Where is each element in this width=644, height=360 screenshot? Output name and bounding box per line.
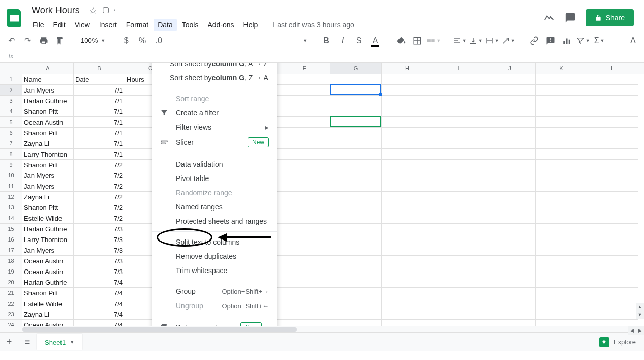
row-header[interactable]: 3 (0, 96, 22, 106)
menu-create-filter[interactable]: Create a filter (152, 106, 277, 120)
cell[interactable] (536, 288, 587, 298)
cell[interactable] (382, 96, 433, 106)
cell[interactable] (279, 85, 330, 96)
cell[interactable]: 7/1 (74, 96, 125, 106)
cell[interactable] (484, 96, 536, 106)
cell[interactable] (587, 181, 638, 192)
menu-data-validation[interactable]: Data validation (152, 157, 277, 171)
cell[interactable] (433, 149, 484, 160)
cell[interactable]: 7/4 (74, 277, 125, 288)
cell[interactable]: Harlan Guthrie (22, 96, 74, 106)
row-header[interactable]: 16 (0, 234, 22, 245)
cell[interactable] (279, 170, 330, 181)
cell[interactable] (536, 234, 587, 245)
cell[interactable] (484, 234, 536, 245)
cell[interactable] (433, 298, 484, 309)
cell[interactable] (433, 106, 484, 117)
cell[interactable] (433, 138, 484, 149)
menu-file[interactable]: File (28, 19, 48, 31)
cell[interactable] (536, 170, 587, 181)
cell[interactable] (484, 192, 536, 202)
cell[interactable] (484, 128, 536, 138)
cell[interactable] (587, 106, 638, 117)
formula-input[interactable] (22, 50, 644, 62)
cell[interactable] (433, 170, 484, 181)
menu-split-text[interactable]: Split text to columns (152, 235, 277, 249)
cell[interactable] (536, 74, 587, 85)
currency-button[interactable]: $ (119, 34, 133, 48)
cell[interactable] (279, 245, 330, 256)
cell[interactable] (484, 266, 536, 277)
menu-insert[interactable]: Insert (95, 19, 121, 31)
menu-trim[interactable]: Trim whitespace (152, 263, 277, 278)
cell[interactable]: 7/2 (74, 213, 125, 224)
comments-icon[interactable] (564, 12, 576, 24)
cell[interactable]: 7/1 (74, 117, 125, 128)
font-dd[interactable]: ▼ (303, 38, 308, 43)
star-icon[interactable]: ☆ (89, 5, 97, 16)
row-header[interactable]: 9 (0, 160, 22, 170)
cell[interactable] (433, 181, 484, 192)
cell[interactable] (433, 234, 484, 245)
cell[interactable] (382, 149, 433, 160)
cell[interactable]: 7/1 (74, 85, 125, 96)
cell[interactable] (433, 74, 484, 85)
cell[interactable] (382, 245, 433, 256)
cell[interactable] (587, 213, 638, 224)
cell[interactable] (587, 288, 638, 298)
cell[interactable] (382, 138, 433, 149)
cell[interactable] (484, 160, 536, 170)
cell[interactable] (382, 277, 433, 288)
row-header[interactable]: 6 (0, 128, 22, 138)
cell[interactable] (279, 266, 330, 277)
italic-button[interactable]: I (335, 34, 350, 48)
cell[interactable] (536, 309, 587, 320)
cell[interactable] (279, 213, 330, 224)
borders-button[interactable] (410, 34, 424, 48)
activity-icon[interactable] (543, 12, 555, 24)
cell[interactable] (433, 245, 484, 256)
row-header[interactable]: 11 (0, 181, 22, 192)
cell[interactable] (330, 277, 382, 288)
cell[interactable] (484, 256, 536, 266)
paint-format-button[interactable] (53, 34, 67, 48)
cell[interactable] (330, 149, 382, 160)
menu-add-ons[interactable]: Add-ons (203, 19, 238, 31)
col-header-G[interactable]: G (330, 63, 382, 74)
menu-edit[interactable]: Edit (49, 19, 70, 31)
row-header[interactable]: 10 (0, 170, 22, 181)
cell[interactable] (536, 213, 587, 224)
cell[interactable] (382, 298, 433, 309)
cell[interactable] (382, 202, 433, 213)
cell[interactable] (433, 213, 484, 224)
cell[interactable] (382, 234, 433, 245)
menu-named-ranges[interactable]: Named ranges (152, 200, 277, 214)
zoom-select[interactable]: 100%▼ (79, 37, 107, 44)
cell[interactable]: Jan Myers (22, 170, 74, 181)
cell[interactable] (382, 74, 433, 85)
row-header[interactable]: 12 (0, 192, 22, 202)
cell[interactable] (433, 277, 484, 288)
cell[interactable] (587, 298, 638, 309)
cell[interactable] (330, 85, 382, 96)
scroll-right-icon[interactable]: ▶ (636, 326, 644, 335)
cell[interactable]: Ocean Austin (22, 117, 74, 128)
cell[interactable]: Jan Myers (22, 181, 74, 192)
cell[interactable] (433, 128, 484, 138)
cell[interactable]: Shanon Pitt (22, 128, 74, 138)
cell[interactable] (330, 128, 382, 138)
cell[interactable]: Zayna Li (22, 138, 74, 149)
cell[interactable]: Shanon Pitt (22, 202, 74, 213)
cell[interactable]: 7/3 (74, 256, 125, 266)
cell[interactable]: 7/1 (74, 128, 125, 138)
cell[interactable] (484, 320, 536, 326)
cell[interactable] (587, 192, 638, 202)
collapse-toolbar-button[interactable]: ᐱ (626, 34, 640, 48)
cell[interactable] (587, 234, 638, 245)
cell[interactable] (330, 138, 382, 149)
cell[interactable] (279, 320, 330, 326)
cell[interactable] (433, 117, 484, 128)
cell[interactable]: 7/4 (74, 309, 125, 320)
cell[interactable] (587, 224, 638, 234)
merge-button[interactable]: ▼ (426, 34, 441, 48)
